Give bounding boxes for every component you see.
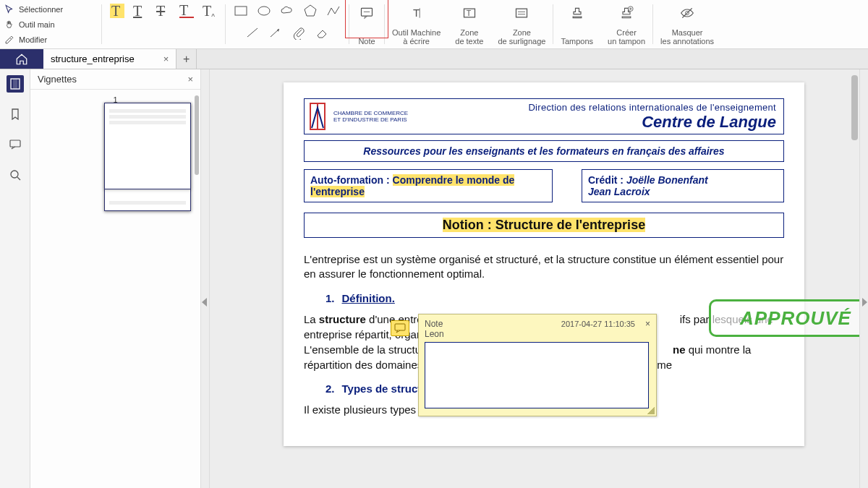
edit-icon: [4, 35, 14, 45]
rect-icon: [234, 4, 248, 18]
wavy-underline-tool[interactable]: T: [179, 3, 195, 19]
nav-rail: [0, 69, 30, 488]
svg-rect-21: [13, 79, 17, 89]
paperclip-icon: [292, 25, 306, 40]
highlight-text-tool[interactable]: T: [109, 3, 125, 19]
note-pin-icon: [394, 323, 406, 333]
typewriter-group[interactable]: T Outil Machine à écrire: [385, 0, 448, 48]
create-stamp-group[interactable]: Créer un tampon: [600, 0, 652, 48]
credit-cell: Crédit : Joëlle Bonenfant Jean Lacroix: [582, 169, 784, 202]
highlight-zone-group[interactable]: Zone de surlignage: [490, 0, 553, 48]
note-tool[interactable]: [357, 3, 377, 23]
svg-point-1: [258, 7, 270, 15]
rect-tool[interactable]: [233, 3, 249, 19]
pdf-page-1: CHAMBRE DE COMMERCEET D'INDUSTRIE DE PAR…: [284, 82, 804, 446]
hand-label: Outil main: [19, 20, 55, 29]
autoformation-cell: Auto-formation : Comprendre le monde de …: [304, 169, 553, 202]
search-icon: [9, 169, 21, 181]
underline-text-tool[interactable]: T: [132, 3, 148, 19]
polygon-icon: [303, 4, 318, 18]
bookmark-icon: [9, 108, 21, 120]
note-popup-author: Leon: [425, 329, 444, 339]
ellipse-tool[interactable]: [256, 3, 272, 19]
doc-header: CHAMBRE DE COMMERCEET D'INDUSTRIE DE PAR…: [304, 98, 784, 134]
ellipse-icon: [257, 4, 271, 18]
thumbnail-scrollbar[interactable]: [195, 95, 199, 175]
note-tool-group[interactable]: Note: [349, 0, 384, 48]
svg-point-23: [11, 171, 18, 178]
textbox-group[interactable]: T Zone de texte: [448, 0, 490, 48]
polyline-tool[interactable]: [326, 3, 341, 19]
textbox-icon: T: [462, 6, 477, 20]
line-tool[interactable]: [244, 25, 260, 40]
textbox-label: Zone de texte: [455, 28, 483, 46]
document-tab[interactable]: structure_entreprise ×: [43, 49, 176, 69]
insert-text-tool[interactable]: T^: [202, 3, 218, 19]
hide-annot-group[interactable]: Masquer les annotations: [653, 0, 721, 48]
line-icon: [245, 25, 260, 40]
note-timestamp: 2017-04-27 11:10:35: [561, 320, 635, 328]
new-tab-button[interactable]: +: [176, 49, 197, 69]
collapse-right-icon[interactable]: [862, 298, 867, 307]
stamps-group[interactable]: Tampons: [553, 0, 600, 48]
create-stamp-icon: [619, 6, 634, 20]
note-resize-handle[interactable]: [647, 407, 655, 414]
thumbnail-icon: [9, 78, 21, 90]
right-gutter: [859, 69, 868, 488]
ccip-text: CHAMBRE DE COMMERCEET D'INDUSTRIE DE PAR…: [333, 110, 408, 123]
ccip-logo: [307, 100, 328, 133]
note-label: Note: [358, 37, 375, 46]
select-tool[interactable]: Sélectionner: [4, 2, 97, 16]
rail-bookmarks[interactable]: [7, 106, 24, 123]
edit-label: Modifier: [19, 35, 47, 44]
polygon-tool[interactable]: [302, 3, 318, 19]
arrow-tool[interactable]: [268, 25, 284, 40]
ribbon: Sélectionner Outil main Modifier T T T T…: [0, 0, 868, 49]
rail-thumbnails[interactable]: [7, 75, 24, 93]
svg-marker-2: [305, 5, 316, 16]
edit-tool[interactable]: Modifier: [4, 33, 97, 46]
text-effects-group: T T T T T^: [102, 0, 225, 48]
rail-search[interactable]: [7, 166, 24, 184]
hdr-line1: Direction des relations internationales …: [408, 102, 776, 113]
note-popup[interactable]: Note Leon 2017-04-27 11:10:35 ×: [418, 314, 657, 416]
cloud-tool[interactable]: [279, 3, 295, 19]
strike-text-tool[interactable]: T: [156, 3, 171, 19]
rail-comments[interactable]: [7, 136, 24, 153]
tab-strip: structure_entreprise × +: [0, 49, 868, 69]
note-pin[interactable]: [391, 320, 409, 336]
svg-line-24: [17, 177, 20, 180]
thumbnail-header: Vignettes ×: [30, 69, 200, 90]
home-tab[interactable]: [0, 49, 43, 69]
svg-rect-22: [10, 140, 20, 147]
eye-slash-icon: [680, 6, 694, 20]
doc-tab-title: structure_entreprise: [51, 53, 135, 64]
svg-rect-12: [516, 9, 527, 17]
resources-band: Ressources pour les enseignants et les f…: [304, 140, 784, 162]
hand-tool[interactable]: Outil main: [4, 17, 97, 31]
intro-paragraph: L'entreprise est un système organisé et …: [304, 252, 784, 282]
approved-stamp[interactable]: APPROUVÉ: [709, 299, 859, 337]
eraser-tool[interactable]: [314, 25, 330, 40]
close-tab-icon[interactable]: ×: [163, 53, 169, 64]
eraser-icon: [315, 25, 329, 40]
arrow-icon: [268, 25, 283, 40]
svg-rect-0: [235, 7, 247, 15]
thumbnail-close-icon[interactable]: ×: [187, 74, 193, 85]
collapse-left-icon[interactable]: [202, 298, 207, 307]
doc-scrollbar[interactable]: [851, 75, 858, 140]
note-text-input[interactable]: [425, 342, 649, 408]
attach-tool[interactable]: [291, 25, 307, 40]
thumbnail-panel: Vignettes × 1 2: [30, 69, 201, 488]
document-viewport[interactable]: CHAMBRE DE COMMERCEET D'INDUSTRIE DE PAR…: [210, 69, 859, 488]
hide-annot-label: Masquer les annotations: [660, 28, 714, 46]
svg-text:T: T: [467, 9, 472, 17]
hand-icon: [4, 20, 14, 30]
stamp-icon: [570, 6, 584, 20]
note-close-icon[interactable]: ×: [645, 319, 650, 329]
thumbnail-title: Vignettes: [38, 74, 77, 85]
cursor-icon: [4, 4, 14, 14]
note-icon: [359, 6, 374, 20]
left-gutter: [201, 69, 210, 488]
svg-rect-27: [395, 324, 405, 330]
